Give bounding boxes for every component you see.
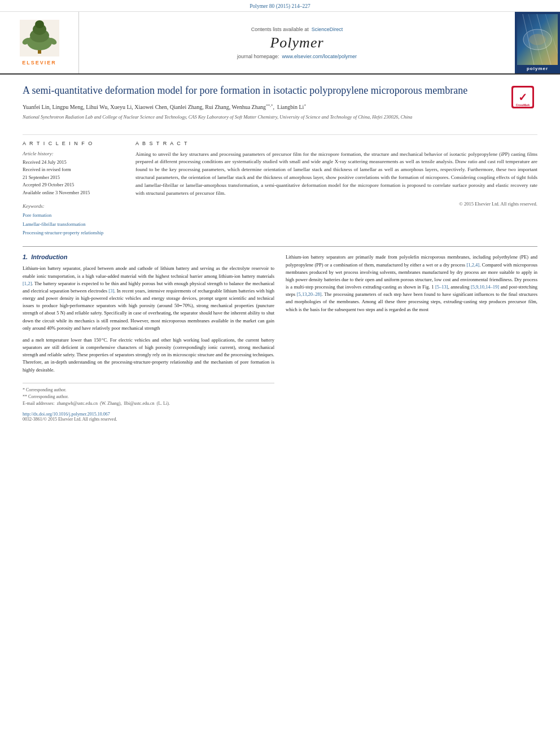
authors-text: Yuanfei Lin, Lingpu Meng, Lihui Wu, Xuey… <box>23 104 266 111</box>
journal-center: Contents lists available at ScienceDirec… <box>79 12 515 73</box>
article-title-area: A semi-quantitative deformation model fo… <box>23 84 506 124</box>
history-item-0: Received 24 July 2015 <box>23 159 124 167</box>
contents-line: Contents lists available at ScienceDirec… <box>251 27 343 32</box>
author-sup1: **,* <box>266 103 273 108</box>
abstract-header: A B S T R A C T <box>135 141 537 146</box>
svg-point-14 <box>529 34 546 45</box>
section-number: 1. <box>23 254 28 260</box>
footnote-double-star: ** Corresponding author. <box>23 394 274 400</box>
article-content: A semi-quantitative deformation model fo… <box>0 75 560 433</box>
journal-header: ELSEVIER Contents lists available at Sci… <box>0 12 560 75</box>
article-info-header: A R T I C L E I N F O <box>23 141 124 146</box>
polymer-cover-image <box>517 14 558 65</box>
ref-link-6[interactable]: [5,13,20–28] <box>297 291 322 297</box>
ref-link-5[interactable]: [5,9,10,14–19] <box>471 284 499 290</box>
svg-text:CrossMark: CrossMark <box>516 104 530 107</box>
body-right-col: Lithium-ion battery separators are prima… <box>286 254 537 421</box>
body-section: 1. Introduction Lithium-ion battery sepa… <box>23 254 537 421</box>
article-title: A semi-quantitative deformation model fo… <box>23 84 506 97</box>
abstract-text: Aiming to unveil the key structures and … <box>135 151 537 198</box>
cover-label: polymer <box>527 66 548 71</box>
crossmark-box: ✓ CrossMark <box>511 84 537 108</box>
section-divider <box>23 246 537 247</box>
ref-link-2[interactable]: [3] <box>108 288 114 294</box>
email-1-name: (W. Zhang), <box>100 401 122 406</box>
citation-bar: Polymer 80 (2015) 214–227 <box>0 0 560 12</box>
doi-link[interactable]: http://dx.doi.org/10.1016/j.polymer.2015… <box>23 412 110 417</box>
page-wrapper: Polymer 80 (2015) 214–227 <box>0 0 560 747</box>
homepage-prefix: journal homepage: <box>237 54 279 59</box>
affiliation: National Synchrotron Radiation Lab and C… <box>23 114 506 121</box>
email-2-name: (L. Li). <box>157 401 170 406</box>
journal-homepage: journal homepage: www.elsevier.com/locat… <box>237 54 357 59</box>
email-2-link[interactable]: llbi@ustc.edu.cn <box>124 401 154 406</box>
history-item-4: Available online 3 November 2015 <box>23 189 124 197</box>
keywords-label: Keywords: <box>23 203 124 209</box>
crossmark-svg: ✓ CrossMark <box>513 86 533 108</box>
history-label: Article history: <box>23 151 124 156</box>
issn-line: 0032-3861/© 2015 Elsevier Ltd. All right… <box>23 417 274 422</box>
body-left-col: 1. Introduction Lithium-ion battery sepa… <box>23 254 274 421</box>
sciencedirect-link[interactable]: ScienceDirect <box>312 27 343 32</box>
citation-text: Polymer 80 (2015) 214–227 <box>250 3 310 9</box>
copyright-line: © 2015 Elsevier Ltd. All rights reserved… <box>135 201 537 207</box>
svg-text:✓: ✓ <box>518 91 527 103</box>
article-info-col: A R T I C L E I N F O Article history: R… <box>23 141 124 238</box>
keyword-0: Pore formation <box>23 211 124 220</box>
article-title-section: A semi-quantitative deformation model fo… <box>23 84 537 129</box>
crossmark-icon: ✓ CrossMark <box>511 86 534 108</box>
keyword-1: Lamellar-fibrillar transformation <box>23 220 124 229</box>
keyword-2: Processing-structure-property relationsh… <box>23 229 124 237</box>
history-item-2: 21 September 2015 <box>23 174 124 182</box>
ref-link-4[interactable]: [5–13] <box>435 284 448 290</box>
footnote-emails: E-mail addresses: zhangwh@ustc.edu.cn (W… <box>23 400 274 407</box>
ref-link-1[interactable]: [1,2] <box>23 281 32 286</box>
email-label: E-mail addresses: <box>23 401 55 406</box>
abstract-col: A B S T R A C T Aiming to unveil the key… <box>135 141 537 238</box>
cover-image-svg <box>517 14 558 65</box>
polymer-cover-box: polymer <box>515 12 560 73</box>
history-item-3: Accepted 29 October 2015 <box>23 181 124 189</box>
doi-line: http://dx.doi.org/10.1016/j.polymer.2015… <box>23 412 274 417</box>
author-sup2: * <box>304 103 306 108</box>
elsevier-tree-icon <box>20 20 59 56</box>
elsevier-logo-box: ELSEVIER <box>0 12 79 73</box>
journal-name: Polymer <box>270 34 323 51</box>
elsevier-wordmark: ELSEVIER <box>20 60 59 65</box>
intro-para-left-0: Lithium-ion battery separator, placed be… <box>23 265 274 332</box>
svg-point-5 <box>35 20 44 28</box>
intro-para-right-0: Lithium-ion battery separators are prima… <box>286 254 537 313</box>
footnote-single-star: * Corresponding author. <box>23 387 274 394</box>
footnotes-area: * Corresponding author. ** Corresponding… <box>23 383 274 407</box>
keywords-section: Keywords: Pore formation Lamellar-fibril… <box>23 203 124 237</box>
homepage-link[interactable]: www.elsevier.com/locate/polymer <box>282 54 357 59</box>
elsevier-visual: ELSEVIER <box>18 18 62 68</box>
email-1-link[interactable]: zhangwh@ustc.edu.cn <box>57 401 98 406</box>
ref-link-3[interactable]: [1,2,4] <box>467 262 480 268</box>
history-item-1: Received in revised form <box>23 166 124 174</box>
extra-author: Liangbin Li <box>277 104 304 111</box>
authors-line: Yuanfei Lin, Lingpu Meng, Lihui Wu, Xuey… <box>23 103 506 111</box>
intro-para-left-1: and a melt temperature lower than 150 °C… <box>23 337 274 374</box>
intro-heading: 1. Introduction <box>23 254 274 260</box>
section-title: Introduction <box>31 254 67 260</box>
info-abstract-section: A R T I C L E I N F O Article history: R… <box>23 134 537 238</box>
contents-prefix: Contents lists available at <box>251 27 309 32</box>
